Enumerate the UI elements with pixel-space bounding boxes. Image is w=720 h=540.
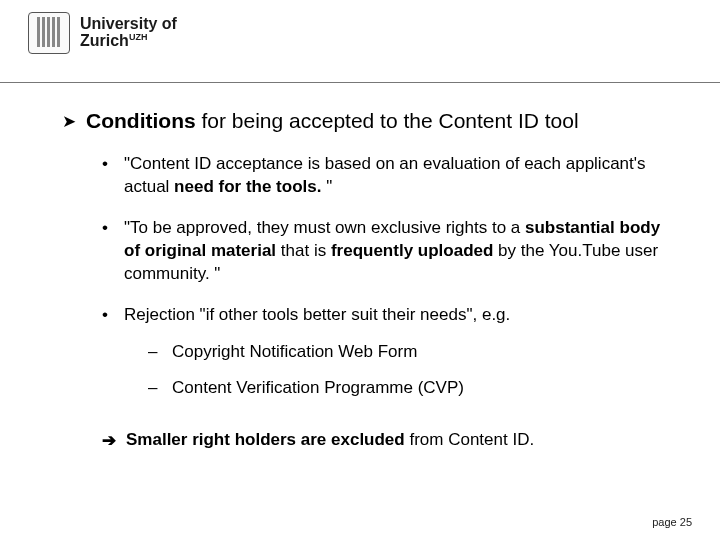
- main-bullet-text: Conditions for being accepted to the Con…: [86, 108, 670, 135]
- university-name: University of ZurichUZH: [80, 16, 177, 50]
- bullet-2: • "To be approved, they must own exclusi…: [102, 217, 670, 286]
- bullet-3: • Rejection "if other tools better suit …: [102, 304, 670, 405]
- arrow-conclusion: ➔ Smaller right holders are excluded fro…: [102, 430, 670, 451]
- divider: [0, 82, 720, 83]
- dash-icon: –: [148, 341, 158, 364]
- bullet-3-text: Rejection "if other tools better suit th…: [124, 304, 670, 405]
- dash-icon: –: [148, 377, 158, 400]
- university-line2: Zurich: [80, 32, 129, 49]
- main-bullet: ➤ Conditions for being accepted to the C…: [62, 108, 670, 135]
- sub-bullets: • "Content ID acceptance is based on an …: [102, 153, 670, 405]
- main-title-bold: Conditions: [86, 109, 196, 132]
- arrow-text: Smaller right holders are excluded from …: [126, 430, 534, 451]
- arrow-right-icon: ➔: [102, 430, 116, 451]
- subbullet-b: – Content Verification Programme (CVP): [148, 377, 670, 400]
- page-number: page 25: [652, 516, 692, 528]
- bullet-dot-icon: •: [102, 153, 110, 199]
- bullet-2-text: "To be approved, they must own exclusive…: [124, 217, 670, 286]
- main-title-rest: for being accepted to the Content ID too…: [196, 109, 579, 132]
- bullet-dot-icon: •: [102, 304, 110, 405]
- uzh-superscript: UZH: [129, 32, 148, 42]
- header: University of ZurichUZH: [28, 12, 177, 54]
- triangle-bullet-icon: ➤: [62, 108, 76, 135]
- bullet-1: • "Content ID acceptance is based on an …: [102, 153, 670, 199]
- subbullet-a: – Copyright Notification Web Form: [148, 341, 670, 364]
- bullet-1-text: "Content ID acceptance is based on an ev…: [124, 153, 670, 199]
- university-line1: University of: [80, 15, 177, 32]
- bullet-dot-icon: •: [102, 217, 110, 286]
- slide-content: ➤ Conditions for being accepted to the C…: [62, 108, 670, 451]
- university-seal-icon: [28, 12, 70, 54]
